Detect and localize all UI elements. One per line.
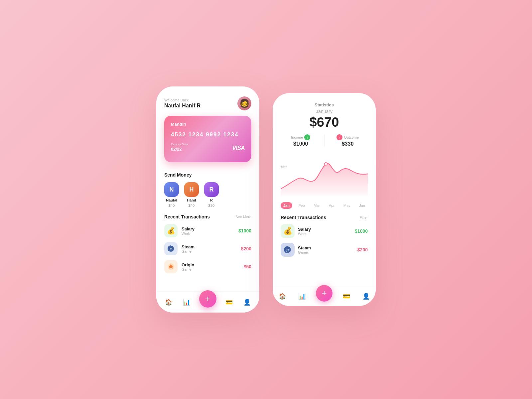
right-txn-salary: 💰 Salary Work $1000	[281, 224, 368, 238]
fab-add-button[interactable]: +	[199, 290, 216, 308]
contact-amount-hanif: $40	[189, 203, 195, 207]
right-fab-button[interactable]: +	[316, 285, 332, 302]
tab-may[interactable]: May	[341, 202, 353, 209]
txn-amount-steam: $200	[241, 246, 251, 251]
tab-mar[interactable]: Mar	[311, 202, 323, 209]
user-name: Naufal Hanif R	[164, 103, 200, 109]
nav-profile[interactable]: 👤	[242, 297, 252, 308]
txn-name-origin: Origin	[182, 262, 240, 267]
txn-origin: Origin Game $50	[164, 260, 251, 273]
card-bottom: Expires Date 02/22 VISA	[171, 143, 245, 152]
income-label-row: Income ↓	[291, 134, 310, 140]
phone-left: Welcome Back Naufal Hanif R 🧔 Mandiri 45…	[156, 86, 259, 313]
phone-right: Statistics January $670 Income ↓ $1000 ↑…	[273, 93, 376, 306]
right-nav-stats[interactable]: 📊	[297, 291, 307, 302]
stats-amount: $670	[281, 115, 368, 130]
txn-name-steam: Steam	[182, 244, 237, 249]
contact-hanif[interactable]: H Hanif $40	[184, 182, 199, 207]
tab-jun[interactable]: Jun	[356, 202, 368, 209]
stats-title: Statistics	[281, 102, 368, 107]
chart-container: $670	[281, 152, 368, 199]
income-badge: ↓	[304, 134, 310, 140]
txn-steam: Steam Game $200	[164, 242, 251, 255]
txn-icon-origin	[164, 260, 178, 273]
contact-amount-r: $20	[208, 203, 214, 207]
txn-icon-salary: 💰	[164, 224, 178, 237]
card-bank-name: Mandiri	[171, 122, 245, 127]
right-txn-sub-steam: Game	[298, 250, 352, 254]
header-row: Welcome Back Naufal Hanif R 🧔	[164, 96, 251, 110]
credit-card[interactable]: Mandiri 4532 1234 9992 1234 Expires Date…	[164, 116, 251, 162]
send-money-row: N Naufal $40 H Hanif $40 R R $20	[164, 182, 251, 207]
txn-info-steam: Steam Game	[182, 244, 237, 253]
chart-label: $670	[281, 166, 287, 169]
nav-stats[interactable]: 📊	[181, 297, 192, 308]
bottom-nav-left: 🏠 📊 + 💳 👤	[156, 291, 259, 313]
right-txn-sub-salary: Work	[298, 232, 351, 236]
right-txn-amount-salary: $1000	[355, 228, 368, 234]
right-txn-icon-steam	[281, 243, 295, 257]
contact-avatar-n: N	[164, 182, 179, 197]
card-brand: VISA	[232, 145, 245, 152]
txn-sub-salary: Work	[182, 231, 234, 235]
avatar[interactable]: 🧔	[237, 96, 251, 110]
credit-card-wrapper: Mandiri 4532 1234 9992 1234 Expires Date…	[164, 116, 251, 166]
bottom-nav-right: 🏠 📊 + 💳 👤	[273, 286, 376, 306]
user-info: Welcome Back Naufal Hanif R	[164, 98, 200, 109]
txn-sub-origin: Game	[182, 267, 240, 271]
income-label: Income	[291, 135, 303, 139]
recent-section-header: Recent Transactions See More	[164, 214, 251, 219]
txn-info-salary: Salary Work	[182, 226, 234, 235]
contact-amount-naufal: $40	[169, 203, 175, 207]
right-txn-name-steam: Steam	[298, 245, 352, 250]
txn-icon-steam	[164, 242, 178, 255]
see-more-link[interactable]: See More	[235, 215, 251, 219]
chart-svg	[281, 152, 368, 196]
right-recent-header: Recent Transactions Filter	[281, 215, 368, 220]
contact-r[interactable]: R R $20	[204, 182, 219, 207]
txn-info-origin: Origin Game	[182, 262, 240, 271]
right-txn-steam: Steam Game -$200	[281, 243, 368, 257]
month-tabs: Jan Feb Mar Apr May Jun	[281, 202, 368, 209]
contact-naufal[interactable]: N Naufal $40	[164, 182, 179, 207]
nav-cards[interactable]: 💳	[224, 297, 234, 308]
tab-feb[interactable]: Feb	[296, 202, 308, 209]
txn-sub-steam: Game	[182, 249, 237, 253]
stats-month: January	[281, 109, 368, 114]
nav-home[interactable]: 🏠	[163, 297, 174, 308]
welcome-label: Welcome Back	[164, 98, 200, 102]
tab-apr[interactable]: Apr	[326, 202, 337, 209]
right-txn-info-salary: Salary Work	[298, 227, 351, 236]
avatar-emoji: 🧔	[239, 98, 250, 109]
right-recent-title: Recent Transactions	[281, 215, 326, 220]
recent-title: Recent Transactions	[164, 214, 210, 219]
card-expires-label: Expires Date	[171, 143, 188, 146]
tab-jan[interactable]: Jan	[281, 202, 292, 209]
right-nav-cards[interactable]: 💳	[341, 291, 352, 302]
txn-amount-origin: $50	[244, 264, 251, 269]
io-divider	[324, 135, 325, 147]
right-txn-name-salary: Salary	[298, 227, 351, 232]
right-txn-icon-salary: 💰	[281, 224, 295, 238]
right-nav-home[interactable]: 🏠	[277, 291, 288, 302]
contact-name-naufal: Naufal	[166, 198, 177, 202]
right-txn-amount-steam: -$200	[356, 247, 368, 252]
svg-point-3	[325, 163, 327, 165]
outcome-label-row: ↑ Outcome	[336, 134, 359, 140]
income-col: Income ↓ $1000	[281, 134, 321, 147]
card-expires-value: 02/22	[171, 147, 188, 152]
contact-name-hanif: Hanif	[187, 198, 196, 202]
filter-button[interactable]: Filter	[360, 215, 368, 219]
contact-avatar-h: H	[184, 182, 199, 197]
outcome-col: ↑ Outcome $330	[328, 134, 368, 147]
outcome-badge: ↑	[336, 134, 342, 140]
phones-container: Welcome Back Naufal Hanif R 🧔 Mandiri 45…	[156, 86, 376, 313]
right-nav-profile[interactable]: 👤	[361, 291, 371, 302]
txn-salary: 💰 Salary Work $1000	[164, 224, 251, 237]
outcome-label: Outcome	[344, 135, 359, 139]
contact-name-r: R	[210, 198, 213, 202]
income-amount: $1000	[293, 141, 308, 147]
income-outcome-row: Income ↓ $1000 ↑ Outcome $330	[281, 134, 368, 147]
txn-amount-salary: $1000	[238, 228, 251, 233]
contact-avatar-r: R	[204, 182, 219, 197]
